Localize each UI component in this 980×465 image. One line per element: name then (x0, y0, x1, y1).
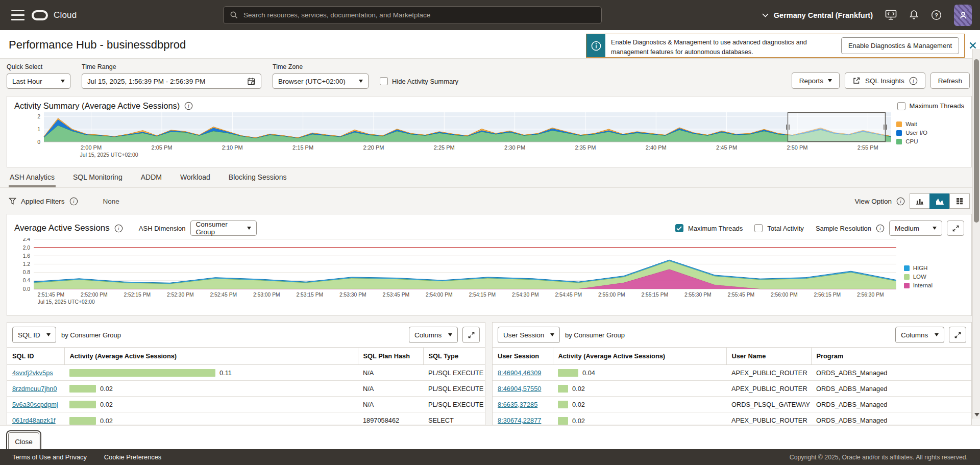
svg-text:2:15 PM: 2:15 PM (292, 144, 313, 151)
quick-select-dropdown[interactable]: Last Hour (7, 74, 70, 89)
sql-dimension-dropdown[interactable]: SQL ID (12, 327, 56, 343)
bar-chart-view-button[interactable] (910, 193, 930, 209)
info-icon[interactable]: i (114, 224, 123, 233)
scrollbar-down-arrow[interactable] (974, 413, 979, 417)
tab-ash-analytics[interactable]: ASH Analytics (9, 172, 56, 187)
info-icon[interactable]: i (876, 224, 885, 233)
activity-bar (558, 401, 568, 408)
time-range-input[interactable]: Jul 15, 2025, 1:56:39 PM - 2:56:39 PM (82, 74, 261, 89)
svg-text:2:45 PM: 2:45 PM (716, 144, 737, 151)
column-header[interactable]: SQL Plan Hash (358, 348, 423, 365)
svg-text:2:55 PM: 2:55 PM (857, 144, 878, 151)
sql-id-link[interactable]: 5v6a30scpdgmj (12, 401, 58, 408)
help-icon[interactable]: ? (931, 10, 942, 20)
table-cell: N/A (358, 365, 423, 381)
hide-activity-summary-checkbox[interactable]: Hide Activity Summary (380, 77, 458, 85)
tab-workload[interactable]: Workload (179, 172, 211, 187)
session-columns-dropdown[interactable]: Columns (895, 327, 944, 343)
detail-tables: SQL ID by Consumer Group Columns SQL IDA… (7, 322, 972, 425)
max-threads-checkbox[interactable] (897, 102, 905, 110)
hamburger-menu-button[interactable] (11, 10, 24, 20)
table-row: 8:6635,372850.02ORDS_PLSQL_GATEWAYORDS_A… (493, 397, 971, 412)
table-row: 8:30674,228770.02APEX_PUBLIC_ROUTERORDS_… (493, 412, 971, 425)
column-header[interactable]: Program (811, 348, 971, 365)
cloud-shell-icon[interactable] (885, 10, 897, 20)
user-session-link[interactable]: 8:46904,57550 (498, 385, 541, 393)
column-header[interactable]: Activity (Average Active Sessions) (64, 348, 358, 365)
column-header[interactable]: Activity (Average Active Sessions) (553, 348, 726, 365)
enable-diagnostics-button[interactable]: Enable Diagnostics & Management (841, 37, 959, 54)
sql-id-link[interactable]: 061rd48apzk1f (12, 417, 56, 424)
brand[interactable]: Cloud (32, 10, 77, 20)
svg-text:0.4: 0.4 (23, 278, 31, 283)
banner-close-icon[interactable] (969, 41, 977, 50)
svg-text:2.0: 2.0 (23, 245, 31, 251)
time-zone-dropdown[interactable]: Browser (UTC+02:00) (273, 74, 369, 89)
column-header[interactable]: SQL Type (423, 348, 485, 365)
table-row: 061rd48apzk1f0.021897058462SELECT (7, 412, 485, 425)
region-selector[interactable]: Germany Central (Frankfurt) (762, 11, 873, 19)
svg-text:i: i (879, 225, 881, 231)
info-icon[interactable]: i (69, 197, 78, 206)
search-input[interactable] (243, 11, 595, 19)
performance-hub-page: Cloud Germany Central (Frankfurt) ? (0, 0, 980, 465)
session-dimension-dropdown[interactable]: User Session (498, 327, 560, 343)
column-header[interactable]: SQL ID (7, 348, 64, 365)
user-session-link[interactable]: 8:6635,37285 (498, 401, 537, 408)
total-activity-checkbox[interactable] (754, 224, 763, 232)
table-cell: APEX_PUBLIC_ROUTER (726, 412, 811, 425)
close-button[interactable]: Close (8, 432, 39, 451)
caret-down-icon (448, 333, 452, 336)
activity-summary-title: Activity Summary (Average Active Session… (14, 101, 180, 111)
column-header[interactable]: User Session (493, 348, 553, 365)
column-header[interactable]: User Name (726, 348, 811, 365)
sample-resolution-dropdown[interactable]: Medium (889, 221, 942, 236)
refresh-button[interactable]: Refresh (930, 72, 970, 89)
global-search[interactable] (223, 6, 602, 24)
activity-summary-panel: Activity Summary (Average Active Session… (7, 96, 972, 167)
session-table: User SessionActivity (Average Active Ses… (493, 347, 971, 425)
legend-swatch (896, 139, 902, 144)
user-session-link[interactable]: 8:30674,22877 (498, 417, 541, 424)
vertical-scrollbar[interactable] (972, 49, 980, 419)
user-session-link[interactable]: 8:46904,46309 (498, 369, 541, 377)
expand-sql-table-button[interactable] (462, 327, 480, 343)
notifications-bell-icon[interactable] (909, 10, 919, 20)
cookie-preferences-link[interactable]: Cookie Preferences (104, 453, 161, 461)
svg-text:2:54:00 PM: 2:54:00 PM (426, 292, 453, 298)
max-threads-checkbox-checked[interactable] (675, 224, 683, 232)
tab-addm[interactable]: ADDM (140, 172, 163, 187)
svg-text:i: i (73, 198, 75, 204)
grid-view-button[interactable] (949, 193, 970, 209)
tab-sql-monitoring[interactable]: SQL Monitoring (72, 172, 124, 187)
tab-blocking-sessions[interactable]: Blocking Sessions (228, 172, 288, 187)
svg-text:2.4: 2.4 (23, 238, 31, 242)
expand-session-table-button[interactable] (949, 327, 966, 343)
activity-summary-chart[interactable]: 0122:00 PM2:05 PM2:10 PM2:15 PM2:20 PM2:… (29, 112, 971, 161)
svg-text:2:56:15 PM: 2:56:15 PM (814, 292, 841, 298)
calendar-icon[interactable] (247, 77, 256, 86)
sql-insights-button[interactable]: SQL Insights i (845, 72, 925, 89)
ash-dimension-dropdown[interactable]: Consumer Group (190, 221, 257, 236)
info-icon[interactable]: i (896, 197, 905, 206)
svg-text:2: 2 (37, 113, 40, 119)
sql-columns-dropdown[interactable]: Columns (409, 327, 458, 343)
area-chart-view-button[interactable] (929, 193, 950, 209)
expand-chart-button[interactable] (947, 221, 964, 236)
footer: Terms of Use and Privacy Cookie Preferen… (0, 449, 980, 465)
checkbox-unchecked[interactable] (380, 77, 388, 85)
sql-id-link[interactable]: 4svxfj2vkv5ps (12, 369, 53, 377)
info-icon[interactable]: i (909, 77, 918, 85)
user-avatar[interactable] (954, 5, 972, 26)
applied-filters-label: Applied Filters (21, 198, 65, 205)
svg-text:0.0: 0.0 (23, 286, 31, 292)
activity-bar (69, 401, 96, 408)
sql-id-link[interactable]: 8rzdmcuu7jhn0 (12, 385, 57, 393)
table-cell: ORDS_ADBS_Managed (811, 397, 971, 412)
scrollbar-thumb[interactable] (974, 59, 979, 223)
aas-chart[interactable]: 0.00.40.81.21.62.02.42:51:45 PM2:52:00 P… (10, 238, 971, 312)
info-icon[interactable]: i (184, 102, 193, 110)
terms-link[interactable]: Terms of Use and Privacy (12, 453, 87, 461)
reports-button[interactable]: Reports (792, 72, 840, 89)
applied-filters-value: None (103, 198, 119, 205)
